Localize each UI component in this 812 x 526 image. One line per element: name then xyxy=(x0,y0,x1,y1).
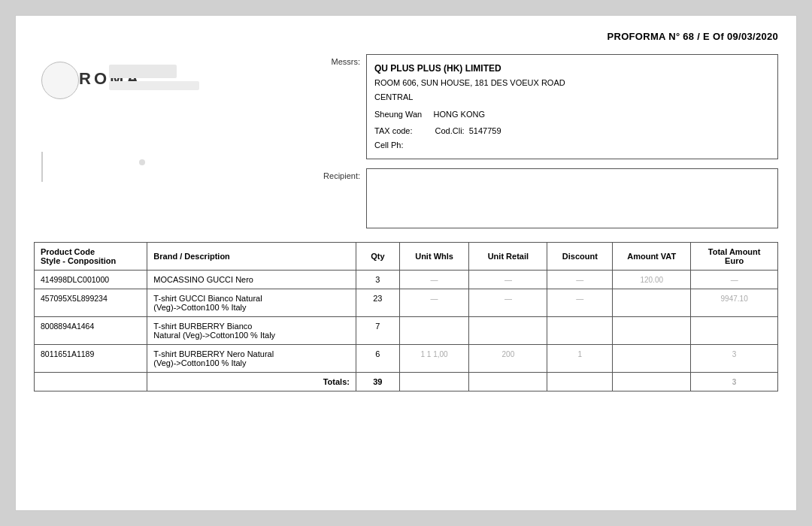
logo-circle-placeholder xyxy=(41,62,79,99)
messrs-block: Messrs: QU PLUS PLUS (HK) LIMITED ROOM 6… xyxy=(320,54,778,159)
row2-product-code: 457095X5L899234 xyxy=(35,289,147,316)
row3-discount xyxy=(547,316,613,344)
messrs-address-line2: CENTRAL xyxy=(374,90,770,104)
header-unit-whls: Unit Whls xyxy=(399,242,469,270)
row1-discount: — xyxy=(547,270,613,289)
row1-brand-desc: MOCASSINO GUCCI Nero xyxy=(147,270,356,289)
header-product-code: Product Code Style - Conposition xyxy=(35,242,147,270)
logo-line-placeholder xyxy=(41,152,43,182)
row3-product-code: 8008894A1464 xyxy=(35,316,147,344)
totals-total: 3 xyxy=(691,372,778,391)
row4-unit-retail: 200 xyxy=(469,344,547,372)
logo-dot-placeholder xyxy=(139,159,145,165)
totals-qty: 39 xyxy=(356,372,399,391)
document: PROFORMA N° 68 / E Of 09/03/2020 ROMA Me… xyxy=(15,15,797,511)
row2-qty: 23 xyxy=(356,289,399,316)
table-row: 414998DLC001000 MOCASSINO GUCCI Nero 3 —… xyxy=(35,270,778,289)
document-title: PROFORMA N° 68 / E Of 09/03/2020 xyxy=(34,31,778,42)
row2-unit-whls: — xyxy=(399,289,469,316)
table-row: 8008894A1464 T-shirt BURBERRY Bianco Nat… xyxy=(35,316,778,344)
row1-unit-retail: — xyxy=(469,270,547,289)
items-table: Product Code Style - Conposition Brand /… xyxy=(34,242,778,391)
messrs-cell-ph: Cell Ph: xyxy=(374,138,770,153)
header-amount-vat: Amount VAT xyxy=(613,242,691,270)
row4-discount: 1 xyxy=(547,344,613,372)
messrs-cod-cli-label: Cod.Cli: xyxy=(435,124,465,138)
row4-qty: 6 xyxy=(356,344,399,372)
totals-label: Totals: xyxy=(147,372,356,391)
totals-empty-1 xyxy=(35,372,147,391)
recipient-label: Recipient: xyxy=(320,168,360,180)
messrs-address-line1: ROOM 606, SUN HOUSE, 181 DES VOEUX ROAD xyxy=(374,76,770,90)
messrs-label: Messrs: xyxy=(320,54,360,66)
messrs-country: HONG KONG xyxy=(433,110,484,119)
row4-unit-whls: 1 1 1,00 xyxy=(399,344,469,372)
messrs-company-name: QU PLUS PLUS (HK) LIMITED xyxy=(374,61,770,76)
messrs-cod-cli-value: 5147759 xyxy=(469,124,501,138)
row1-product-code: 414998DLC001000 xyxy=(35,270,147,289)
row3-qty: 7 xyxy=(356,316,399,344)
totals-vat xyxy=(613,372,691,391)
row2-amount-vat xyxy=(613,289,691,316)
messrs-city: Sheung Wan xyxy=(374,110,422,119)
table-header-row: Product Code Style - Conposition Brand /… xyxy=(35,242,778,270)
row2-discount: — xyxy=(547,289,613,316)
totals-discount xyxy=(547,372,613,391)
row4-product-code: 8011651A1189 xyxy=(35,344,147,372)
totals-unit-whls xyxy=(399,372,469,391)
row3-unit-retail xyxy=(469,316,547,344)
row1-unit-whls: — xyxy=(399,270,469,289)
row1-qty: 3 xyxy=(356,270,399,289)
messrs-tax-row: TAX code: Cod.Cli: 5147759 xyxy=(374,124,770,138)
logo-addr-placeholder xyxy=(109,81,199,90)
table-row: 8011651A1189 T-shirt BURBERRY Nero Natur… xyxy=(35,344,778,372)
row2-total: 9947.10 xyxy=(691,289,778,316)
row2-unit-retail: — xyxy=(469,289,547,316)
row4-amount-vat xyxy=(613,344,691,372)
recipient-block: Recipient: xyxy=(320,168,778,228)
header-qty: Qty xyxy=(356,242,399,270)
row3-total xyxy=(691,316,778,344)
row3-brand-desc: T-shirt BURBERRY Bianco Natural (Veg)->C… xyxy=(147,316,356,344)
logo-rect-placeholder xyxy=(109,65,177,78)
row1-amount-vat: 120.00 xyxy=(613,270,691,289)
messrs-tax-code: TAX code: xyxy=(374,124,413,138)
messrs-cod-cli-block: Cod.Cli: 5147759 xyxy=(435,124,501,138)
row4-brand-desc: T-shirt BURBERRY Nero Natural (Veg)->Cot… xyxy=(147,344,356,372)
header-discount: Discount xyxy=(547,242,613,270)
row3-amount-vat xyxy=(613,316,691,344)
messrs-city-country: Sheung Wan HONG KONG xyxy=(374,107,770,122)
messrs-box: QU PLUS PLUS (HK) LIMITED ROOM 606, SUN … xyxy=(366,54,778,159)
row3-unit-whls xyxy=(399,316,469,344)
row4-total: 3 xyxy=(691,344,778,372)
totals-row: Totals: 39 3 xyxy=(35,372,778,391)
logo-area: ROMA xyxy=(34,54,304,228)
totals-unit-retail xyxy=(469,372,547,391)
table-row: 457095X5L899234 T-shirt GUCCI Bianco Nat… xyxy=(35,289,778,316)
header-brand: Brand / Description xyxy=(147,242,356,270)
top-section: ROMA Messrs: QU PLUS PLUS (HK) LIMITED R… xyxy=(34,54,778,228)
right-section: Messrs: QU PLUS PLUS (HK) LIMITED ROOM 6… xyxy=(320,54,778,228)
recipient-box xyxy=(366,168,778,228)
header-unit-retail: Unit Retail xyxy=(469,242,547,270)
row1-total: — xyxy=(691,270,778,289)
row2-brand-desc: T-shirt GUCCI Bianco Natural (Veg)->Cott… xyxy=(147,289,356,316)
header-total-amount: Total Amount Euro xyxy=(691,242,778,270)
